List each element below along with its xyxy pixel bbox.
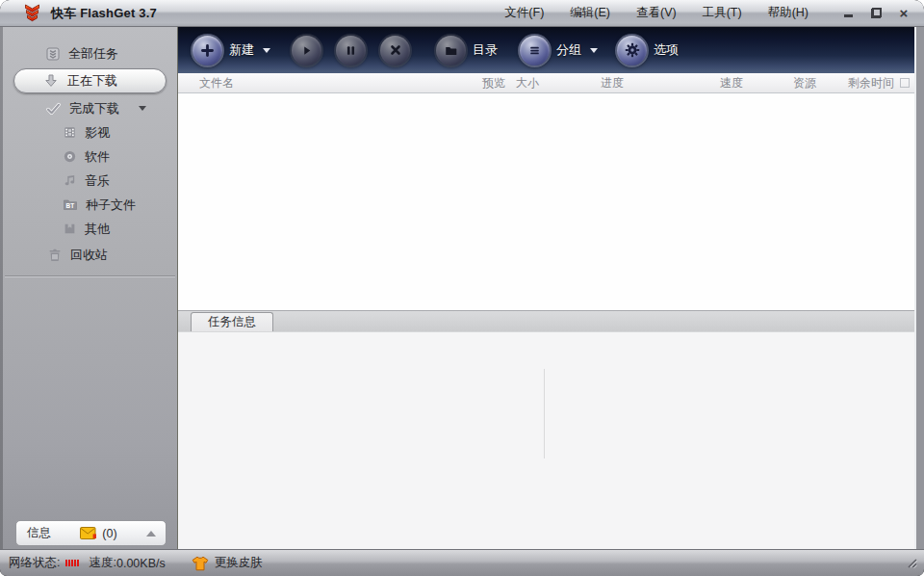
shirt-icon <box>192 556 209 571</box>
pause-icon <box>344 43 358 58</box>
bottom-tab-strip: 任务信息 <box>178 310 914 331</box>
download-list[interactable] <box>178 93 914 310</box>
close-button[interactable]: × <box>897 7 911 20</box>
window-body: 全部任务 正在下载 完成下载 <box>0 27 924 549</box>
column-speed[interactable]: 速度 <box>720 75 793 92</box>
column-progress[interactable]: 进度 <box>601 75 720 92</box>
film-icon <box>63 125 77 140</box>
trash-icon <box>47 248 63 263</box>
main-area: 新建 <box>178 27 914 549</box>
minimize-button[interactable] <box>841 7 855 20</box>
toolbar: 新建 <box>178 27 914 73</box>
column-preview[interactable]: 预览 <box>482 75 516 92</box>
new-task-dropdown-icon[interactable] <box>263 48 270 53</box>
sidebar-item-completed[interactable]: 完成下载 <box>3 96 177 120</box>
new-task-button[interactable] <box>192 36 222 65</box>
network-signal-icon <box>65 560 79 566</box>
app-title: 快车 FlashGet 3.7 <box>51 5 157 22</box>
speed-label: 速度: <box>89 555 116 571</box>
network-status-label: 网络状态: <box>9 555 60 571</box>
new-task-label[interactable]: 新建 <box>229 41 254 59</box>
resize-grip[interactable] <box>903 554 917 571</box>
column-size[interactable]: 大小 <box>516 75 601 92</box>
sidebar-item-all-tasks[interactable]: 全部任务 <box>3 41 177 65</box>
titlebar: 快车 FlashGet 3.7 文件(F) 编辑(E) 查看(V) 工具(T) … <box>0 0 924 27</box>
restore-button[interactable] <box>869 7 883 20</box>
envelope-icon <box>80 527 97 539</box>
sidebar-item-music[interactable]: 音乐 <box>3 169 177 193</box>
sidebar-item-label: 全部任务 <box>68 45 118 63</box>
sidebar-item-downloading[interactable]: 正在下载 <box>13 68 167 93</box>
sidebar-item-software[interactable]: 软件 <box>3 144 177 169</box>
tab-task-info-label: 任务信息 <box>208 314 256 330</box>
sidebar-item-torrents[interactable]: BT 种子文件 <box>3 193 177 217</box>
sidebar-spacer <box>3 277 177 520</box>
column-remaining-time[interactable]: 剩余时间 <box>848 75 898 92</box>
info-panel-header[interactable]: 信息 (0) <box>15 520 167 546</box>
download-arrow-icon <box>43 73 59 89</box>
menubar: 文件(F) 编辑(E) 查看(V) 工具(T) 帮助(H) <box>504 5 808 21</box>
sidebar-item-label: 回收站 <box>70 247 108 264</box>
delete-button[interactable] <box>380 36 410 65</box>
plus-icon <box>200 43 215 58</box>
menu-edit[interactable]: 编辑(E) <box>570 5 610 21</box>
sidebar-item-label: 影视 <box>85 124 110 142</box>
info-panel-label: 信息 <box>27 525 51 541</box>
window-right-edge <box>914 27 924 549</box>
column-filename[interactable]: 文件名 <box>178 75 482 92</box>
menu-file[interactable]: 文件(F) <box>504 5 544 21</box>
all-tasks-icon <box>45 46 61 62</box>
info-count: (0) <box>102 527 116 540</box>
group-label[interactable]: 分组 <box>556 41 581 59</box>
sidebar-item-recycle-bin[interactable]: 回收站 <box>3 243 177 267</box>
bt-folder-icon: BT <box>63 197 78 212</box>
sidebar-item-label: 正在下载 <box>67 72 117 90</box>
speed-value: 0.00KB/s <box>116 557 166 570</box>
sidebar-item-label: 音乐 <box>85 172 110 190</box>
options-label[interactable]: 选项 <box>654 41 679 59</box>
svg-text:BT: BT <box>66 202 75 209</box>
change-skin-button[interactable]: 更换皮肤 <box>192 555 263 571</box>
list-column-headers: 文件名 预览 大小 进度 速度 资源 剩余时间 <box>178 73 914 93</box>
sidebar-item-label: 其他 <box>85 221 110 238</box>
music-note-icon <box>63 173 77 188</box>
sidebar-item-label: 软件 <box>85 148 110 166</box>
statusbar: 网络状态: 速度: 0.00KB/s 更换皮肤 <box>0 549 924 576</box>
menu-tools[interactable]: 工具(T) <box>703 5 742 21</box>
play-icon <box>299 43 314 58</box>
open-directory-label[interactable]: 目录 <box>473 41 498 59</box>
completed-dropdown-icon[interactable] <box>139 106 146 111</box>
flashget-logo-icon <box>23 4 41 23</box>
sidebar-item-other[interactable]: 其他 <box>3 217 177 241</box>
list-lines-icon <box>527 43 542 58</box>
menu-help[interactable]: 帮助(H) <box>768 5 808 21</box>
change-skin-label: 更换皮肤 <box>215 555 263 571</box>
sidebar-item-label: 种子文件 <box>86 196 136 214</box>
checkmark-icon <box>45 101 62 117</box>
gear-icon <box>625 42 640 58</box>
menu-view[interactable]: 查看(V) <box>636 5 677 21</box>
collapse-arrow-icon[interactable] <box>146 531 156 537</box>
pause-button[interactable] <box>336 36 366 65</box>
sidebar: 全部任务 正在下载 完成下载 <box>3 27 178 549</box>
open-directory-button[interactable] <box>436 36 466 65</box>
box-icon <box>63 222 77 236</box>
column-resources[interactable]: 资源 <box>793 75 848 92</box>
group-dropdown-icon[interactable] <box>590 48 598 53</box>
task-info-panel <box>178 331 914 549</box>
cross-icon <box>389 43 402 57</box>
group-button[interactable] <box>520 36 550 65</box>
panel-divider <box>544 369 545 458</box>
restore-icon <box>872 9 881 17</box>
sidebar-item-label: 完成下载 <box>69 100 119 118</box>
window-controls: × <box>841 7 911 20</box>
start-button[interactable] <box>292 36 321 65</box>
folder-icon <box>444 43 458 58</box>
tab-task-info[interactable]: 任务信息 <box>191 312 273 331</box>
options-button[interactable] <box>617 36 647 65</box>
sidebar-item-movies[interactable]: 影视 <box>3 120 177 144</box>
sidebar-nav: 全部任务 正在下载 完成下载 <box>3 27 177 277</box>
disc-icon <box>63 149 77 164</box>
flashget-window: 快车 FlashGet 3.7 文件(F) 编辑(E) 查看(V) 工具(T) … <box>0 0 924 576</box>
minimize-icon <box>844 14 853 17</box>
